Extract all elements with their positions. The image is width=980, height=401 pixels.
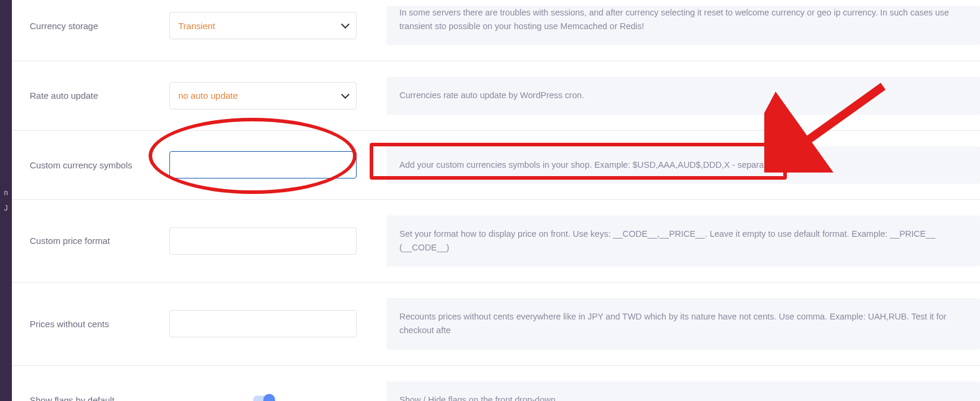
label-show-flags: Show flags by default: [30, 395, 169, 401]
label-custom-symbols: Custom currency symbols: [30, 160, 169, 170]
settings-panel: Currency storage Transient In some serve…: [12, 0, 980, 401]
label-rate-auto-update: Rate auto update: [30, 90, 169, 101]
help-custom-symbols: Add your custom currencies symbols in yo…: [386, 146, 980, 184]
input-custom-price-format[interactable]: [169, 227, 357, 255]
input-custom-symbols[interactable]: [169, 151, 357, 178]
row-show-flags: Show flags by default Show / Hide flags …: [12, 366, 980, 402]
row-prices-without-cents: Prices without cents Recounts prices wit…: [12, 283, 980, 365]
help-prices-without-cents: Recounts prices without cents everywhere…: [386, 298, 980, 349]
row-custom-price-format: Custom price format Set your format how …: [12, 200, 980, 283]
help-rate-auto-update: Currencies rate auto update by WordPress…: [386, 77, 980, 114]
admin-sidebar-fragment: n J: [0, 0, 12, 401]
label-custom-price-format: Custom price format: [30, 236, 169, 246]
label-currency-storage: Currency storage: [30, 21, 169, 31]
row-currency-storage: Currency storage Transient In some serve…: [12, 0, 980, 61]
row-custom-symbols: Custom currency symbols Add your custom …: [12, 131, 980, 200]
input-prices-without-cents[interactable]: [169, 310, 357, 337]
select-rate-auto-update[interactable]: no auto update: [169, 82, 357, 109]
select-currency-storage[interactable]: Transient: [169, 12, 357, 39]
help-custom-price-format: Set your format how to display price on …: [386, 215, 980, 267]
help-show-flags: Show / Hide flags on the front drop-down: [386, 381, 980, 402]
label-prices-without-cents: Prices without cents: [30, 319, 169, 329]
help-currency-storage: In some servers there are troubles with …: [386, 6, 980, 45]
toggle-show-flags[interactable]: [253, 396, 273, 401]
row-rate-auto-update: Rate auto update no auto update Currenci…: [12, 61, 980, 130]
